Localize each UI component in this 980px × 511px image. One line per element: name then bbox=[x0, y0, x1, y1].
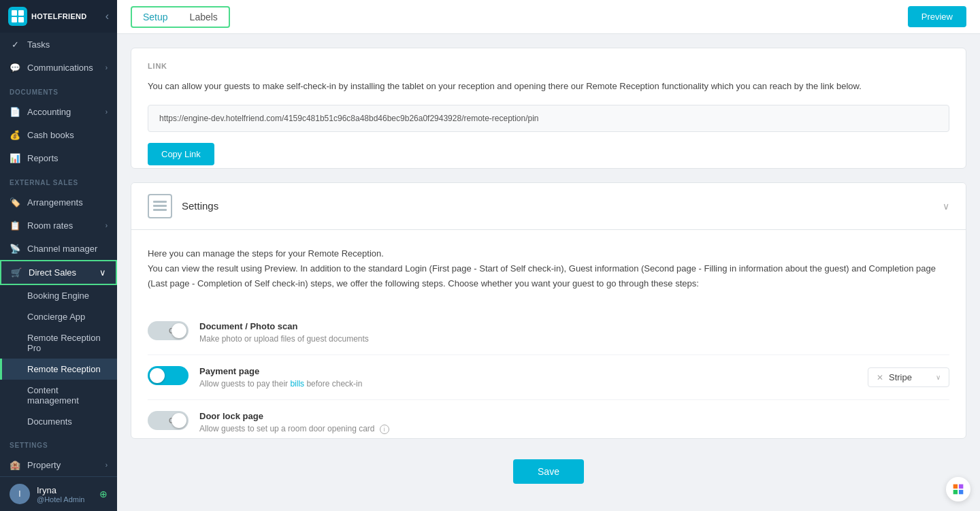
settings-description: Here you can manage the steps for your R… bbox=[148, 246, 949, 291]
accounting-chevron: › bbox=[105, 108, 108, 116]
tab-labels[interactable]: Labels bbox=[179, 7, 229, 27]
tabs-right: Preview bbox=[908, 6, 966, 27]
copy-link-button[interactable]: Copy Link bbox=[148, 143, 214, 165]
settings-header-left: Settings bbox=[148, 194, 218, 218]
tasks-icon: ✓ bbox=[10, 39, 20, 50]
sidebar-item-reports[interactable]: 📊 Reports bbox=[0, 146, 117, 169]
room-rates-label: Room rates bbox=[27, 220, 73, 231]
app-name: HOTELFRIEND bbox=[31, 12, 87, 20]
svg-rect-6 bbox=[153, 209, 167, 211]
sidebar-sub-concierge-app[interactable]: Concierge App bbox=[0, 306, 117, 327]
door-lock-info-icon[interactable]: i bbox=[380, 425, 389, 434]
stripe-select[interactable]: ✕ Stripe ∨ bbox=[868, 367, 949, 387]
main-content: Setup Labels Preview LINK You can allow … bbox=[117, 0, 980, 511]
link-section-title: LINK bbox=[148, 62, 949, 70]
sidebar-item-room-rates[interactable]: 📋 Room rates › bbox=[0, 214, 117, 237]
tab-setup[interactable]: Setup bbox=[132, 7, 179, 27]
booking-engine-label: Booking Engine bbox=[27, 291, 89, 301]
toggle-payment[interactable]: ON bbox=[148, 366, 189, 385]
section-settings: SETTINGS bbox=[0, 432, 117, 453]
sidebar-sub-remote-reception[interactable]: Remote Reception bbox=[0, 359, 117, 380]
direct-sales-chevron: ∨ bbox=[99, 267, 106, 278]
sidebar-item-accounting[interactable]: 📄 Accounting › bbox=[0, 100, 117, 123]
room-rates-chevron: › bbox=[105, 222, 108, 229]
communications-icon: 💬 bbox=[10, 62, 20, 73]
user-profile[interactable]: I Iryna @Hotel Admin ⊕ bbox=[0, 476, 117, 511]
arrangements-icon: 🏷️ bbox=[10, 197, 20, 208]
section-external-sales: EXTERNAL SALES bbox=[0, 169, 117, 191]
sidebar-header: HOTELFRIEND ‹ bbox=[0, 0, 117, 33]
svg-rect-3 bbox=[18, 17, 24, 22]
settings-section-icon bbox=[148, 194, 172, 218]
property-icon: 🏨 bbox=[10, 459, 20, 470]
toggle-desc-document-photo: Make photo or upload files of guest docu… bbox=[199, 334, 949, 344]
toggle-row-door-lock: OFF Door lock page Allow guests to set u… bbox=[148, 400, 949, 439]
communications-chevron: › bbox=[105, 64, 108, 71]
settings-section-header[interactable]: Settings ∨ bbox=[131, 183, 966, 230]
sidebar-item-channel-manager[interactable]: 📡 Channel manager bbox=[0, 237, 117, 260]
sidebar: HOTELFRIEND ‹ ✓ Tasks 💬 Communications ›… bbox=[0, 0, 117, 511]
settings-desc-line2: You can view the result using Preview. I… bbox=[148, 263, 936, 289]
sidebar-sub-documents[interactable]: Documents bbox=[0, 411, 117, 432]
channel-manager-label: Channel manager bbox=[27, 244, 97, 254]
stripe-label: Stripe bbox=[889, 372, 912, 382]
preview-button[interactable]: Preview bbox=[908, 6, 966, 27]
bills-link[interactable]: bills bbox=[290, 379, 304, 389]
svg-rect-5 bbox=[153, 205, 167, 207]
room-rates-icon: 📋 bbox=[10, 220, 20, 231]
save-button[interactable]: Save bbox=[513, 459, 584, 484]
user-role: @Hotel Admin bbox=[37, 495, 84, 504]
svg-rect-0 bbox=[12, 10, 17, 16]
sidebar-sub-booking-engine[interactable]: Booking Engine bbox=[0, 285, 117, 306]
toggle-knob-payment bbox=[150, 368, 165, 383]
svg-rect-2 bbox=[12, 17, 17, 22]
sidebar-item-arrangements[interactable]: 🏷️ Arrangements bbox=[0, 191, 117, 214]
sidebar-item-property[interactable]: 🏨 Property › bbox=[0, 453, 117, 476]
sidebar-sub-remote-reception-pro[interactable]: Remote Reception Pro bbox=[0, 327, 117, 359]
link-description: You can allow your guests to make self-c… bbox=[148, 80, 949, 94]
cashbooks-label: Cash books bbox=[27, 130, 74, 140]
stripe-clear-icon[interactable]: ✕ bbox=[877, 373, 883, 382]
sidebar-item-direct-sales[interactable]: 🛒 Direct Sales ∨ bbox=[0, 260, 117, 285]
avatar-letter: I bbox=[18, 489, 20, 499]
settings-chevron-icon: ∨ bbox=[943, 201, 949, 212]
content-area: LINK You can allow your guests to make s… bbox=[117, 34, 980, 511]
tabs-outline: Setup Labels bbox=[131, 6, 230, 28]
toggle-name-payment: Payment page bbox=[199, 366, 857, 376]
documents-sub-label: Documents bbox=[27, 416, 72, 427]
stripe-chevron-icon: ∨ bbox=[936, 374, 941, 381]
sidebar-item-tasks[interactable]: ✓ Tasks bbox=[0, 33, 117, 56]
toggle-knob bbox=[172, 323, 186, 338]
settings-card: Settings ∨ Here you can manage the steps… bbox=[131, 182, 966, 439]
toggle-desc-payment: Allow guests to pay their bills before c… bbox=[199, 379, 857, 389]
concierge-app-label: Concierge App bbox=[27, 312, 85, 322]
direct-sales-label: Direct Sales bbox=[29, 267, 76, 278]
toggle-row-document-photo: OFF Document / Photo scan Make photo or … bbox=[148, 310, 949, 355]
toggle-row-payment: ON Payment page Allow guests to pay thei… bbox=[148, 355, 949, 400]
tasks-label: Tasks bbox=[27, 39, 50, 50]
logo-icon bbox=[8, 7, 27, 26]
section-documents: DOCUMENTS bbox=[0, 79, 117, 100]
reports-icon: 📊 bbox=[10, 152, 20, 163]
accounting-label: Accounting bbox=[27, 107, 71, 117]
toggle-info-document-photo: Document / Photo scan Make photo or uplo… bbox=[199, 321, 949, 344]
watermark bbox=[946, 477, 970, 501]
toggle-door-lock[interactable]: OFF bbox=[148, 411, 189, 430]
sidebar-item-cashbooks[interactable]: 💰 Cash books bbox=[0, 123, 117, 146]
sidebar-item-communications[interactable]: 💬 Communications › bbox=[0, 56, 117, 79]
sidebar-logo: HOTELFRIEND bbox=[8, 7, 87, 26]
sidebar-collapse-icon[interactable]: ‹ bbox=[105, 10, 109, 22]
settings-section-title: Settings bbox=[182, 200, 218, 212]
link-section: LINK You can allow your guests to make s… bbox=[131, 48, 966, 169]
property-chevron: › bbox=[105, 461, 108, 469]
avatar-info: Iryna @Hotel Admin bbox=[37, 485, 84, 504]
user-action-icon[interactable]: ⊕ bbox=[99, 489, 108, 499]
toggle-name-door-lock: Door lock page bbox=[199, 411, 949, 421]
sidebar-sub-content-management[interactable]: Content management bbox=[0, 380, 117, 411]
svg-rect-4 bbox=[153, 201, 167, 203]
tabs-bar: Setup Labels Preview bbox=[117, 0, 980, 34]
channel-manager-icon: 📡 bbox=[10, 243, 20, 254]
toggle-document-photo[interactable]: OFF bbox=[148, 321, 189, 340]
toggle-desc-door-lock: Allow guests to set up a room door openi… bbox=[199, 424, 949, 434]
reports-label: Reports bbox=[27, 153, 59, 163]
